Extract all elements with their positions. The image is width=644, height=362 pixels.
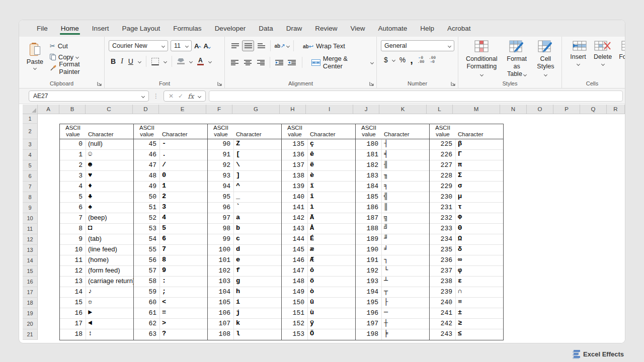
ascii-value-cell[interactable]: 2 (60, 160, 86, 171)
character-cell[interactable]: ? (160, 329, 207, 340)
character-header[interactable]: Character (382, 124, 429, 139)
column-header-A[interactable]: A (38, 105, 59, 114)
ascii-value-cell[interactable]: 108 (208, 329, 234, 340)
character-cell[interactable]: c (234, 234, 281, 245)
wrap-text-button[interactable]: ab↩ Wrap Text (303, 41, 345, 50)
ascii-value-header[interactable]: ASCIIvalue (430, 124, 456, 139)
row-header-14[interactable]: 14 (23, 255, 38, 266)
ascii-value-cell[interactable]: 96 (208, 203, 234, 213)
ascii-value-cell[interactable]: 180 (356, 139, 382, 150)
character-cell[interactable]: ╞ (382, 329, 429, 340)
insert-cells-button[interactable]: Insert (570, 40, 587, 79)
format-painter-button[interactable]: Format Painter (50, 63, 101, 72)
dialog-launcher-icon[interactable] (451, 81, 455, 86)
ascii-value-cell[interactable]: 235 (430, 245, 456, 255)
formula-input[interactable] (209, 90, 623, 102)
ascii-value-cell[interactable]: 188 (356, 224, 382, 234)
ascii-value-cell[interactable]: 107 (208, 319, 234, 329)
ascii-value-cell[interactable]: 194 (356, 287, 382, 298)
character-cell[interactable]: j (234, 308, 281, 319)
ascii-value-cell[interactable]: 18 (60, 329, 86, 340)
ascii-value-cell[interactable]: 191 (356, 255, 382, 266)
ascii-value-header[interactable]: ASCIIvalue (282, 124, 308, 139)
menu-tab-formulas[interactable]: Formulas (167, 21, 208, 36)
character-cell[interactable]: É (308, 234, 355, 245)
ascii-value-cell[interactable]: 7 (60, 213, 86, 224)
character-cell[interactable]: ╜ (382, 234, 429, 245)
character-cell[interactable]: ┴ (382, 277, 429, 287)
menu-tab-acrobat[interactable]: Acrobat (441, 21, 477, 36)
character-header[interactable]: Character (86, 124, 133, 139)
column-header-P[interactable]: P (553, 105, 580, 114)
increase-font-size-button[interactable]: A (194, 43, 201, 49)
character-cell[interactable]: ╕ (382, 182, 429, 192)
ascii-value-cell[interactable]: 140 (282, 192, 308, 203)
ascii-value-cell[interactable]: 198 (356, 329, 382, 340)
ascii-value-cell[interactable]: 135 (282, 139, 308, 150)
ascii-value-cell[interactable]: 242 (430, 319, 456, 329)
ascii-value-cell[interactable]: 195 (356, 298, 382, 308)
ascii-value-cell[interactable]: 229 (430, 182, 456, 192)
ascii-value-cell[interactable]: 105 (208, 298, 234, 308)
currency-format-button[interactable]: $ (384, 56, 388, 64)
character-cell[interactable]: i (234, 298, 281, 308)
ascii-value-cell[interactable]: 62 (134, 319, 160, 329)
font-name-select[interactable]: Courier New (109, 40, 168, 51)
character-cell[interactable]: [ (234, 150, 281, 160)
character-cell[interactable]: - (160, 139, 207, 150)
ascii-value-cell[interactable]: 60 (134, 298, 160, 308)
ascii-value-cell[interactable]: 14 (60, 287, 86, 298)
character-cell[interactable]: ☺ (86, 150, 133, 160)
character-cell[interactable]: æ (308, 245, 355, 255)
ascii-value-cell[interactable]: 102 (208, 266, 234, 277)
bold-button[interactable]: B (111, 57, 116, 65)
ascii-value-header[interactable]: ASCIIvalue (60, 124, 86, 139)
ascii-value-header[interactable]: ASCIIvalue (356, 124, 382, 139)
character-cell[interactable]: ║ (382, 203, 429, 213)
column-header-O[interactable]: O (527, 105, 553, 114)
paste-button[interactable]: Paste (23, 43, 47, 69)
ascii-value-cell[interactable]: 151 (282, 308, 308, 319)
ascii-value-cell[interactable]: 98 (208, 224, 234, 234)
ascii-value-cell[interactable]: 106 (208, 308, 234, 319)
ascii-value-cell[interactable]: 0 (60, 139, 86, 150)
ascii-value-cell[interactable]: 100 (208, 245, 234, 255)
ascii-value-cell[interactable]: 189 (356, 234, 382, 245)
ascii-value-cell[interactable]: 184 (356, 182, 382, 192)
ascii-value-cell[interactable]: 138 (282, 171, 308, 182)
character-cell[interactable]: k (234, 319, 281, 329)
ascii-value-cell[interactable]: 104 (208, 287, 234, 298)
ascii-value-cell[interactable]: 139 (282, 182, 308, 192)
character-cell[interactable]: ☼ (86, 298, 133, 308)
character-cell[interactable]: ε (456, 277, 503, 287)
cell-styles-button[interactable]: Cell Styles (536, 40, 555, 79)
ascii-value-cell[interactable]: 146 (282, 255, 308, 266)
character-cell[interactable]: d (234, 245, 281, 255)
character-header[interactable]: Character (160, 124, 207, 139)
character-cell[interactable]: 0 (160, 171, 207, 182)
font-color-button[interactable]: A (197, 57, 204, 66)
decrease-decimal-icon[interactable]: .00→0 (429, 56, 436, 64)
character-cell[interactable]: ` (234, 203, 281, 213)
character-cell[interactable]: Φ (456, 213, 503, 224)
ascii-value-cell[interactable]: 225 (430, 139, 456, 150)
ascii-value-cell[interactable]: 182 (356, 160, 382, 171)
ascii-value-cell[interactable]: 97 (208, 213, 234, 224)
ascii-value-cell[interactable]: 150 (282, 298, 308, 308)
column-header-B[interactable]: B (59, 105, 86, 114)
decrease-indent-icon[interactable] (273, 57, 285, 68)
ascii-value-cell[interactable]: 93 (208, 171, 234, 182)
ascii-value-cell[interactable]: 90 (208, 139, 234, 150)
ascii-value-cell[interactable]: 50 (134, 192, 160, 203)
ascii-value-cell[interactable]: 230 (430, 192, 456, 203)
ascii-value-cell[interactable]: 5 (60, 192, 86, 203)
character-cell[interactable]: ╝ (382, 224, 429, 234)
row-header-12[interactable]: 12 (23, 234, 38, 245)
ascii-value-cell[interactable]: 15 (60, 298, 86, 308)
character-cell[interactable]: < (160, 298, 207, 308)
ascii-value-cell[interactable]: 187 (356, 213, 382, 224)
ascii-value-cell[interactable]: 51 (134, 203, 160, 213)
merge-center-button[interactable]: Merge & Center (311, 55, 373, 70)
menu-tab-home[interactable]: Home (54, 21, 86, 36)
ascii-value-cell[interactable]: 237 (430, 266, 456, 277)
